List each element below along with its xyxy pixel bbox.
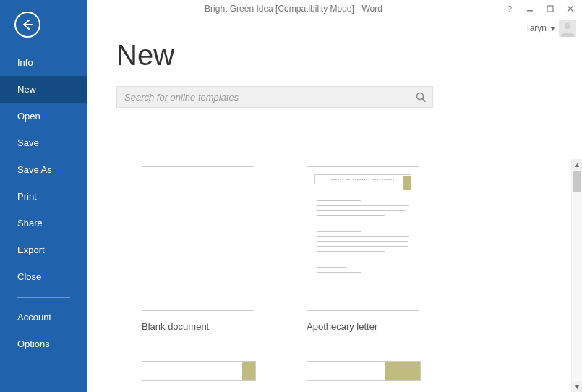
template-pane: Blank document •••••• •• •••••••• ••••••… xyxy=(116,159,571,392)
backstage-sidebar: Info New Open Save Save As Print Share E… xyxy=(0,0,87,392)
template-blank-document[interactable]: Blank document xyxy=(142,166,256,332)
scroll-down-button[interactable]: ▼ xyxy=(572,381,582,392)
nav-close[interactable]: Close xyxy=(0,263,87,290)
search-button[interactable] xyxy=(414,90,428,104)
templates-scrollbar[interactable]: ▲ ▼ xyxy=(571,159,582,392)
search-input[interactable] xyxy=(124,92,414,103)
nav-save[interactable]: Save xyxy=(0,129,87,156)
page-heading: New xyxy=(116,39,582,72)
back-button[interactable] xyxy=(14,12,40,38)
nav-account[interactable]: Account xyxy=(0,304,87,331)
template-thumbnail xyxy=(142,361,256,381)
template-apothecary-letter[interactable]: •••••• •• •••••••• •••••••••• Apothecary… xyxy=(307,166,421,332)
svg-line-5 xyxy=(423,99,426,102)
scroll-up-button[interactable]: ▲ xyxy=(572,159,582,170)
nav-new[interactable]: New xyxy=(0,76,87,103)
template-thumbnail: •••••• •• •••••••• •••••••••• xyxy=(307,166,419,311)
nav-share[interactable]: Share xyxy=(0,210,87,237)
scroll-thumb[interactable] xyxy=(573,171,581,192)
template-thumbnail xyxy=(307,361,421,381)
template-partial-2[interactable] xyxy=(307,361,421,381)
template-label: Blank document xyxy=(142,321,256,332)
template-partial-1[interactable] xyxy=(142,361,256,381)
nav-print[interactable]: Print xyxy=(0,183,87,210)
nav-open[interactable]: Open xyxy=(0,103,87,129)
nav-save-as[interactable]: Save As xyxy=(0,156,87,183)
nav-separator xyxy=(17,297,70,298)
search-icon xyxy=(415,91,427,103)
template-thumbnail xyxy=(142,166,254,311)
template-label: Apothecary letter xyxy=(307,321,421,332)
nav-info[interactable]: Info xyxy=(0,49,87,76)
template-grid: Blank document •••••• •• •••••••• ••••••… xyxy=(116,159,571,381)
nav-list: Info New Open Save Save As Print Share E… xyxy=(0,49,87,357)
nav-options[interactable]: Options xyxy=(0,331,87,357)
back-arrow-icon xyxy=(20,17,35,32)
search-box[interactable] xyxy=(116,86,433,108)
nav-export[interactable]: Export xyxy=(0,237,87,263)
